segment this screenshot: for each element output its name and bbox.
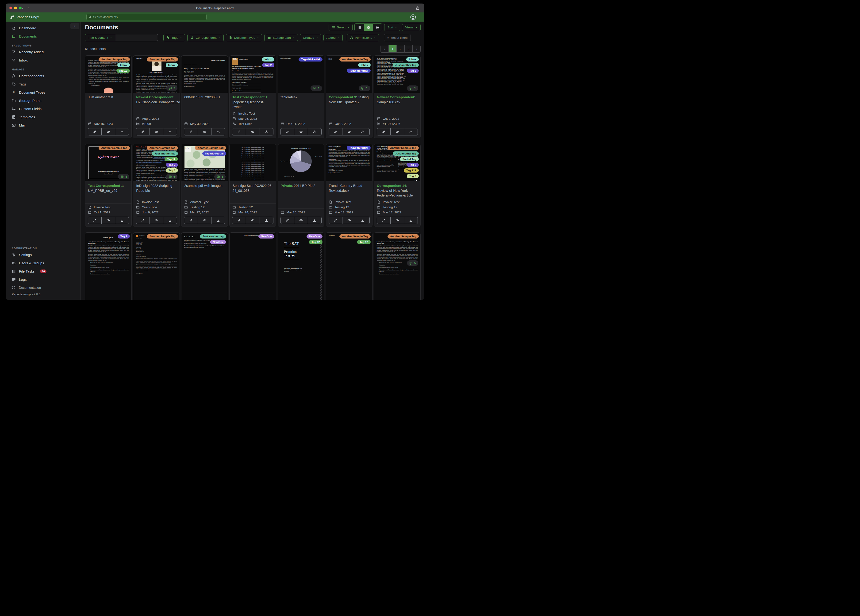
document-card[interactable]: Lorem ipsumLorem ipsum dolor sit amet, c… — [374, 233, 421, 300]
document-thumbnail[interactable]: Lorem ipsumLorem ipsum dolor sit amet, c… — [374, 233, 421, 300]
document-thumbnail[interactable]: Test Name123-456-7890January 2, 2022July… — [133, 233, 180, 300]
document-card[interactable]: French Country BreadFor the LeavenVestib… — [326, 144, 372, 227]
document-thumbnail[interactable]: Adobe InDesign 2022Vestibulum neque mass… — [133, 144, 180, 181]
notes-badge[interactable]: 1 — [214, 174, 226, 179]
download-document-button[interactable] — [404, 217, 418, 224]
sidebar-item-storage-paths[interactable]: Storage Paths — [6, 96, 80, 105]
tag-badge[interactable]: Another Sample Tag — [195, 146, 226, 150]
back-button[interactable]: ‹ — [22, 6, 24, 10]
document-thumbnail[interactable]: Contact Sheet DemoGiven a set of image f… — [181, 233, 228, 300]
sidebar-item-mail[interactable]: Mail — [6, 121, 80, 129]
tag-badge[interactable]: Tag 12 — [357, 240, 370, 244]
tag-badge[interactable]: Tag 2 — [118, 234, 130, 239]
edit-document-button[interactable] — [184, 128, 198, 135]
tag-badge[interactable]: Another Sample Tag — [388, 146, 419, 150]
document-title-link[interactable]: Newest Correspondent: H7_Napoleon_Bonapa… — [133, 93, 180, 107]
download-document-button[interactable] — [211, 217, 225, 224]
document-card[interactable]: This is a multi page document. Page 1.Ne… — [229, 233, 276, 300]
download-document-button[interactable] — [356, 128, 370, 135]
title-content-filter-button[interactable]: Title & content — [85, 34, 115, 41]
view-document-button[interactable] — [198, 217, 212, 224]
download-document-button[interactable] — [260, 128, 273, 135]
view-document-button[interactable] — [101, 217, 115, 224]
tag-badge[interactable]: Inbox — [406, 57, 419, 61]
view-document-button[interactable] — [390, 128, 404, 135]
document-card[interactable]: Serial Number,Company Name,Employ9788189… — [374, 55, 421, 138]
document-thumbnail[interactable]: This is a testAnother Sample TagTag 12 — [326, 233, 372, 300]
document-title-link[interactable]: Private: 2011 BP Pie 2 — [278, 181, 324, 195]
document-card[interactable]: Lorem ipsumLorem ipsum dolor sit amet, c… — [85, 233, 132, 300]
notes-badge[interactable]: 1 — [407, 85, 418, 91]
document-card[interactable]: The SATPracticeTest #1Make time to take … — [278, 233, 324, 300]
edit-document-button[interactable] — [136, 217, 150, 224]
tag-badge[interactable]: Tag 3 — [166, 168, 178, 173]
document-card[interactable]: ✳ BANK OF SCOTLANDBank of Scotland · 108… — [181, 55, 228, 138]
tag-badge[interactable]: NewOne — [306, 234, 322, 239]
document-card[interactable]: Review of Arbitral Awards Shows Swift Re… — [374, 144, 421, 227]
document-title-link[interactable]: Test Correspondent 1: UM_PPBE_en_v29 — [85, 181, 132, 195]
edit-document-button[interactable] — [232, 128, 246, 135]
view-document-button[interactable] — [101, 128, 115, 135]
tag-badge[interactable]: Inbox — [117, 63, 130, 67]
document-card[interactable]: Adobe InDesign 2022Vestibulum neque mass… — [133, 144, 180, 227]
tag-badge[interactable]: Just another tag — [393, 63, 419, 67]
tag-badge[interactable]: TagWithPartial — [202, 151, 226, 156]
view-list-button[interactable] — [355, 24, 364, 31]
tag-badge[interactable]: Another Sample Tag — [147, 234, 178, 239]
view-document-button[interactable] — [342, 128, 356, 135]
edit-document-button[interactable] — [281, 128, 294, 135]
minimize-window-button[interactable] — [14, 6, 17, 9]
view-details-button[interactable] — [373, 24, 382, 31]
edit-document-button[interactable] — [88, 217, 102, 224]
filter-storage-path-button[interactable]: Storage path — [264, 34, 298, 41]
document-thumbnail[interactable]: CyberPowerPowerPanel® Business EditionUs… — [85, 144, 132, 181]
document-thumbnail[interactable]: Francja pod rzNAPOLEON BONAPARTEVestibul… — [133, 56, 180, 93]
view-document-button[interactable] — [246, 217, 260, 224]
page-button-2[interactable]: 2 — [396, 45, 405, 52]
filter-tags-button[interactable]: Tags — [163, 34, 185, 41]
tag-badge[interactable]: Tag 12 — [309, 240, 322, 244]
sidebar-item-tags[interactable]: Tags — [6, 80, 80, 88]
app-brand[interactable]: Paperless-ngx — [6, 15, 81, 19]
document-thumbnail[interactable]: This is a multi page document. Page 1.Ne… — [229, 233, 276, 300]
correspondent-link[interactable]: Correspondent 14 — [377, 184, 406, 188]
correspondent-link[interactable]: Newest Correspondent — [136, 95, 173, 99]
document-thumbnail[interactable]: Patient BP Distribution 2011Normal, 150,… — [278, 144, 324, 181]
user-menu[interactable] — [410, 14, 420, 20]
download-document-button[interactable] — [163, 217, 177, 224]
tag-badge[interactable]: TagWithPartial — [298, 57, 322, 61]
download-document-button[interactable] — [115, 217, 129, 224]
notes-badge[interactable]: 6 — [166, 174, 177, 179]
document-thumbnail[interactable]: Serial Number,Company Name,Employ9788189… — [374, 56, 421, 93]
document-title-link[interactable]: Just another test — [85, 93, 132, 107]
correspondent-link[interactable]: Newest Correspondent — [377, 95, 414, 99]
document-card[interactable]: This is a test for the double space char… — [229, 144, 276, 227]
correspondent-link[interactable]: Private — [281, 184, 292, 188]
tag-badge[interactable]: Partial Tag — [400, 157, 419, 161]
view-document-button[interactable] — [198, 128, 212, 135]
notes-badge[interactable]: 1 — [311, 85, 322, 91]
sidebar-item-correspondents[interactable]: Correspondents — [6, 72, 80, 80]
page-button-[interactable]: » — [413, 45, 421, 52]
tag-badge[interactable]: Another Sample Tag — [147, 57, 178, 61]
download-document-button[interactable] — [163, 128, 177, 135]
edit-document-button[interactable] — [329, 217, 342, 224]
page-button-[interactable]: « — [380, 45, 388, 52]
tag-badge[interactable]: Just another tag — [152, 151, 178, 156]
edit-document-button[interactable] — [184, 217, 198, 224]
document-thumbnail[interactable]: Adobe Acrobat PDF FilesVestibulum neque … — [85, 56, 132, 93]
document-card[interactable]: This is a testAnother Sample TagTag 12 — [326, 233, 372, 300]
document-title-link[interactable]: Correspondent 9: Testing New Title Updat… — [326, 93, 372, 107]
tag-badge[interactable]: Tag 2 — [262, 63, 274, 67]
view-document-button[interactable] — [149, 217, 163, 224]
document-title-link[interactable]: Test Correspondent 1: [paperless] test p… — [229, 93, 276, 110]
sidebar-item-documents[interactable]: Documents — [6, 32, 80, 40]
view-document-button[interactable] — [390, 217, 404, 224]
document-title-link[interactable]: Sonstige ScanPC2022 03-24_081058 — [229, 181, 276, 195]
filter-added-button[interactable]: Added — [323, 34, 343, 41]
document-card[interactable]: Boundary Waters TripVestibulum neque mas… — [181, 144, 228, 227]
tag-badge[interactable]: Another Sample Tag — [339, 234, 370, 239]
sidebar-item-settings[interactable]: Settings — [6, 251, 80, 259]
document-card[interactable]: CyberPowerPowerPanel® Business EditionUs… — [85, 144, 132, 227]
tag-badge[interactable]: Tag 12 — [116, 69, 130, 73]
